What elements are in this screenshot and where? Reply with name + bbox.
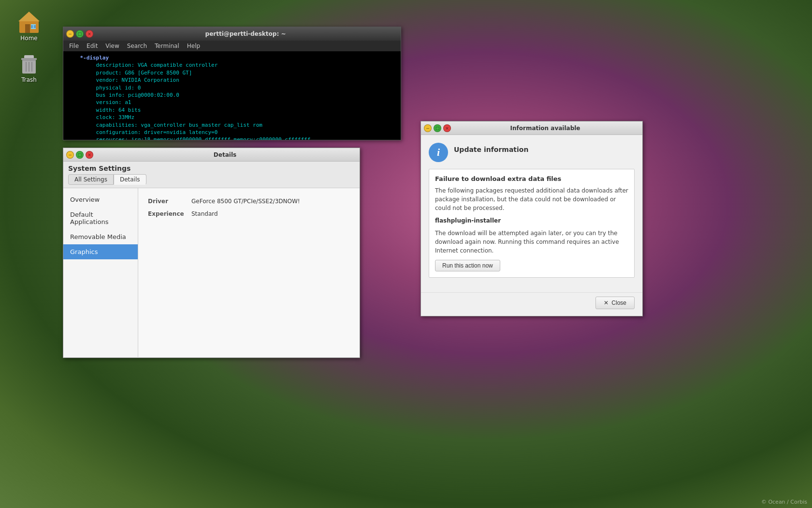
svg-rect-2 [25,24,30,33]
trash-icon[interactable]: Trash [10,51,48,83]
terminal-line-7: width: 64 bits [67,106,397,114]
settings-body: Overview Default Applications Removable … [63,188,360,357]
settings-header: System Settings All Settings Details [63,162,360,188]
desktop-icons: Home Trash [10,10,48,83]
close-icon: ✕ [604,299,609,306]
home-icon-img [17,10,41,33]
tab-all-settings[interactable]: All Settings [68,174,114,185]
svg-rect-9 [21,58,37,60]
terminal-maximize-btn[interactable]: □ [76,30,84,38]
settings-title-bar-label: System Settings [68,164,355,172]
terminal-line-1: description: VGA compatible controller [67,61,397,69]
close-button[interactable]: ✕ Close [595,297,635,309]
settings-driver-value: GeForce 8500 GT/PCIe/SSE2/3DNOW! [191,198,300,205]
terminal-menu-view[interactable]: View [102,42,123,50]
terminal-window: − □ × pertti@pertti-desktop: ~ File Edit… [63,27,401,140]
settings-window-controls: − □ × [66,151,93,159]
settings-close-btn[interactable]: × [86,151,93,159]
copyright-text: © Ocean / Corbis [761,499,807,505]
info-minimize-btn[interactable]: − [424,124,432,132]
terminal-menu-search[interactable]: Search [123,42,151,50]
info-content-box: Failure to download extra data files The… [429,169,635,278]
info-window-controls: − □ × [424,124,451,132]
terminal-line-5: bus info: pci@0000:02:00.0 [67,91,397,99]
terminal-body[interactable]: *-display description: VGA compatible co… [63,51,401,140]
terminal-line-0: *-display [67,54,397,61]
terminal-line-6: version: a1 [67,99,397,106]
terminal-window-controls: − □ × [66,30,93,38]
terminal-menu-file[interactable]: File [65,42,83,50]
sidebar-item-overview[interactable]: Overview [63,192,138,207]
settings-content: Driver GeForce 8500 GT/PCIe/SSE2/3DNOW! … [138,188,360,357]
settings-window: − □ × Details System Settings All Settin… [63,148,360,358]
terminal-line-4: physical id: 0 [67,84,397,91]
terminal-line-2: product: G86 [GeForce 8500 GT] [67,69,397,76]
info-package: flashplugin-installer [435,217,628,224]
terminal-line-9: capabilities: vga_controller bus_master … [67,121,397,129]
home-icon[interactable]: Home [10,10,48,42]
terminal-minimize-btn[interactable]: − [66,30,74,38]
settings-sidebar: Overview Default Applications Removable … [63,188,138,357]
terminal-title: pertti@pertti-desktop: ~ [93,30,398,37]
info-text-1: The following packages requested additio… [435,186,628,212]
svg-rect-4 [31,25,33,28]
settings-driver-row: Driver GeForce 8500 GT/PCIe/SSE2/3DNOW! [148,198,350,205]
info-maximize-btn[interactable]: □ [434,124,441,132]
terminal-close-btn[interactable]: × [86,30,93,38]
info-body: i Update information Failure to download… [421,135,642,292]
info-failure-title: Failure to download extra data files [435,175,628,182]
settings-experience-row: Experience Standard [148,210,350,217]
home-label: Home [20,35,37,42]
svg-marker-1 [18,12,40,21]
terminal-line-3: vendor: NVIDIA Corporation [67,76,397,84]
info-dialog-title: Information available [451,125,639,132]
sidebar-item-removable-media[interactable]: Removable Media [63,229,138,244]
sidebar-item-default-applications[interactable]: Default Applications [63,207,138,229]
terminal-menubar: File Edit View Search Terminal Help [63,41,401,51]
settings-minimize-btn[interactable]: − [66,151,74,159]
terminal-line-10: configuration: driver=nvidia latency=0 [67,129,397,136]
settings-tabs: All Settings Details [68,174,355,185]
info-icon: i [429,143,448,162]
settings-window-title: Details [93,151,357,158]
trash-label: Trash [21,76,37,83]
close-label: Close [611,299,626,306]
settings-experience-label: Experience [148,210,191,217]
info-text-2: The download will be attempted again lat… [435,229,628,255]
info-header: i Update information [429,143,635,162]
terminal-line-8: clock: 33MHz [67,114,397,121]
terminal-menu-edit[interactable]: Edit [83,42,102,50]
info-update-title: Update information [454,143,528,153]
info-actions: Run this action now [435,260,628,271]
info-dialog: − □ × Information available i Update inf… [420,121,643,316]
terminal-titlebar: − □ × pertti@pertti-desktop: ~ [63,27,401,41]
settings-experience-value: Standard [191,210,218,217]
info-titlebar: − □ × Information available [421,121,642,135]
dialog-footer: ✕ Close [421,292,642,316]
tab-details[interactable]: Details [114,174,146,185]
sidebar-item-graphics[interactable]: Graphics [63,244,138,259]
terminal-menu-help[interactable]: Help [183,42,204,50]
settings-driver-label: Driver [148,198,191,205]
svg-rect-5 [34,25,36,28]
settings-maximize-btn[interactable]: □ [76,151,84,159]
terminal-menu-terminal[interactable]: Terminal [151,42,183,50]
trash-icon-img [17,51,41,75]
info-close-btn[interactable]: × [443,124,451,132]
terminal-line-11: resources: irq:18 memory:df000000-dfffff… [67,136,397,140]
run-action-button[interactable]: Run this action now [435,260,500,271]
settings-titlebar: − □ × Details [63,148,360,162]
